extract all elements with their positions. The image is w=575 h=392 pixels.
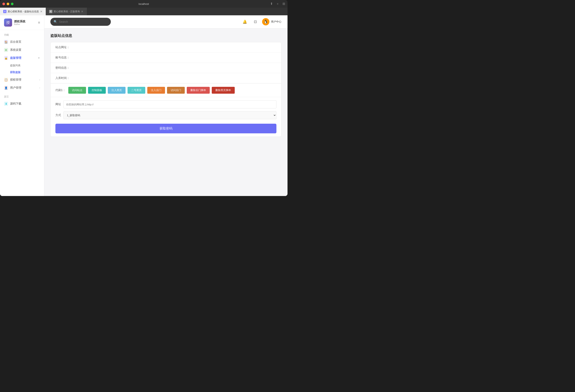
method-form-label: 方式 <box>55 114 64 117</box>
logo-icon: 授 <box>4 19 12 27</box>
header: 🔍 🔔 ⊡ 🐧 用户中心 <box>44 15 288 28</box>
sidebar-sub-piracy-list[interactable]: 盗版列表 <box>0 62 44 69</box>
sidebar-label-dashboard: 后台首页 <box>10 40 21 44</box>
sidebar-label-download: 源码下载 <box>10 102 21 106</box>
tab-label-2: 莫心授权系统 - 正版查询 <box>54 10 80 13</box>
users-chevron-icon: › <box>39 86 40 89</box>
method-form-row: 方式 1_获取密码 <box>55 111 276 119</box>
url-form-label: 网址 <box>55 103 64 106</box>
second-blackpage-button[interactable]: 二号黑页 <box>127 87 145 94</box>
page-content: 盗版站点信息 站点网址： 账号信息： 密码信息： 入库时间： <box>44 28 288 196</box>
tab-close-2[interactable]: ✕ <box>81 10 83 13</box>
delete-backdoor-script-button[interactable]: 删除后门脚本 <box>187 87 210 94</box>
settings-icon: ⚙ <box>4 48 8 52</box>
app-container: 授 授权系统 Author ≡ 功能 🏠 后台首页 ⚙ 系统设置 🔒 盗版管理 … <box>0 15 288 196</box>
maximize-button[interactable] <box>11 3 14 5</box>
control-panel-button[interactable]: 控制面板 <box>88 87 106 94</box>
form-section: 网址 方式 1_获取密码 获取密码 <box>50 97 281 137</box>
avatar: 🐧 <box>262 18 269 25</box>
tab-favicon-2: 莫 <box>49 10 52 13</box>
info-row-password: 密码信息： <box>50 63 281 73</box>
sidebar-label-users: 用户管理 <box>10 86 21 90</box>
expand-icon[interactable]: ⊡ <box>252 18 259 25</box>
download-icon: ⬇ <box>4 102 8 106</box>
url-form-input[interactable] <box>64 100 276 108</box>
submit-button[interactable]: 获取密码 <box>55 124 276 133</box>
inject-backdoor-button[interactable]: 注入后门 <box>147 87 165 94</box>
header-right: 🔔 ⊡ 🐧 用户中心 <box>241 18 282 25</box>
share-icon[interactable]: ⬆ <box>270 2 273 6</box>
traffic-lights <box>2 3 14 5</box>
window-title: localhost <box>139 2 149 5</box>
sidebar-item-piracy[interactable]: 🔒 盗版管理 ▼ <box>0 54 44 62</box>
info-card: 站点网址： 账号信息： 密码信息： 入库时间： 代刷1： <box>50 42 282 137</box>
logo-sub-text: Author <box>14 23 25 25</box>
info-row-time: 入库时间： <box>50 73 281 83</box>
user-profile[interactable]: 🐧 用户中心 <box>262 18 282 25</box>
get-piracy-label: 获取盗版 <box>10 70 21 74</box>
search-input[interactable] <box>59 20 108 23</box>
method-select[interactable]: 1_获取密码 <box>64 111 276 119</box>
sidebar-item-dashboard[interactable]: 🏠 后台首页 <box>0 38 44 46</box>
title-bar: localhost ⬆ ＋ ⊞ <box>0 0 288 8</box>
visit-site-button[interactable]: 访问站点 <box>68 87 86 94</box>
sidebar-label-settings: 系统设置 <box>10 48 21 52</box>
tab-close-1[interactable]: ✕ <box>40 10 43 13</box>
sidebar-icon[interactable]: ⊞ <box>283 2 285 6</box>
visit-backdoor-button[interactable]: 访问后门 <box>167 87 185 94</box>
dashboard-icon: 🏠 <box>4 40 8 44</box>
logo-main-text: 授权系统 <box>14 20 25 23</box>
section-title-features: 功能 <box>0 30 44 38</box>
action-label: 代刷1： <box>55 89 66 92</box>
main-content: 🔍 🔔 ⊡ 🐧 用户中心 盗版站点信息 站点网址： <box>44 15 288 196</box>
auth-chevron-icon: › <box>39 78 40 81</box>
piracy-icon: 🔒 <box>4 56 8 60</box>
sidebar-item-settings[interactable]: ⚙ 系统设置 <box>0 46 44 54</box>
section-title-other: 其它 <box>0 92 44 100</box>
window-controls: ⬆ ＋ ⊞ <box>270 2 285 6</box>
sidebar-item-auth[interactable]: 📋 授权管理 › <box>0 76 44 84</box>
sidebar-label-auth: 授权管理 <box>10 78 21 82</box>
tab-favicon-1: 莫 <box>3 10 6 13</box>
close-button[interactable] <box>2 3 5 5</box>
piracy-list-label: 盗版列表 <box>10 64 21 67</box>
auth-icon: 📋 <box>4 78 8 82</box>
inject-blackpage-button[interactable]: 注入黑页 <box>108 87 125 94</box>
page-title: 盗版站点信息 <box>50 33 282 38</box>
search-bar[interactable]: 🔍 <box>50 18 111 26</box>
sidebar-item-download[interactable]: ⬇ 源码下载 <box>0 100 44 108</box>
action-section: 代刷1： 访问站点 控制面板 注入黑页 二号黑页 注入后门 访问后门 删除后门脚… <box>50 83 281 97</box>
info-row-url: 站点网址： <box>50 42 281 53</box>
minimize-button[interactable] <box>7 3 9 5</box>
info-row-account: 账号信息： <box>50 53 281 63</box>
logo-text-block: 授权系统 Author <box>14 20 25 25</box>
sidebar-sub-get-piracy[interactable]: 获取盗版 <box>0 69 44 76</box>
sidebar-item-users[interactable]: 👤 用户管理 › <box>0 84 44 92</box>
sidebar: 授 授权系统 Author ≡ 功能 🏠 后台首页 ⚙ 系统设置 🔒 盗版管理 … <box>0 15 44 196</box>
users-icon: 👤 <box>4 86 8 90</box>
password-label: 密码信息： <box>55 66 72 70</box>
url-label: 站点网址： <box>55 46 72 49</box>
account-label: 账号信息： <box>55 56 72 59</box>
new-tab-icon[interactable]: ＋ <box>276 2 279 6</box>
search-icon: 🔍 <box>54 20 57 23</box>
delete-blackpage-script-button[interactable]: 删除黑页脚本 <box>212 87 235 94</box>
tab-piracy[interactable]: 莫 莫心授权系统 - 盗版站点信息 ✕ <box>0 8 46 15</box>
time-label: 入库时间： <box>55 76 72 80</box>
tab-label-1: 莫心授权系统 - 盗版站点信息 <box>8 10 39 13</box>
piracy-chevron-icon: ▼ <box>38 57 40 59</box>
notification-icon[interactable]: 🔔 <box>241 18 248 25</box>
url-form-row: 网址 <box>55 100 276 108</box>
tab-bar: 莫 莫心授权系统 - 盗版站点信息 ✕ 莫 莫心授权系统 - 正版查询 ✕ <box>0 8 288 15</box>
sidebar-toggle-button[interactable]: ≡ <box>38 21 40 25</box>
user-name-label: 用户中心 <box>271 20 282 23</box>
sidebar-logo: 授 授权系统 Author ≡ <box>0 15 44 30</box>
sidebar-label-piracy: 盗版管理 <box>10 56 21 60</box>
tab-verify[interactable]: 莫 莫心授权系统 - 正版查询 ✕ <box>46 8 87 15</box>
